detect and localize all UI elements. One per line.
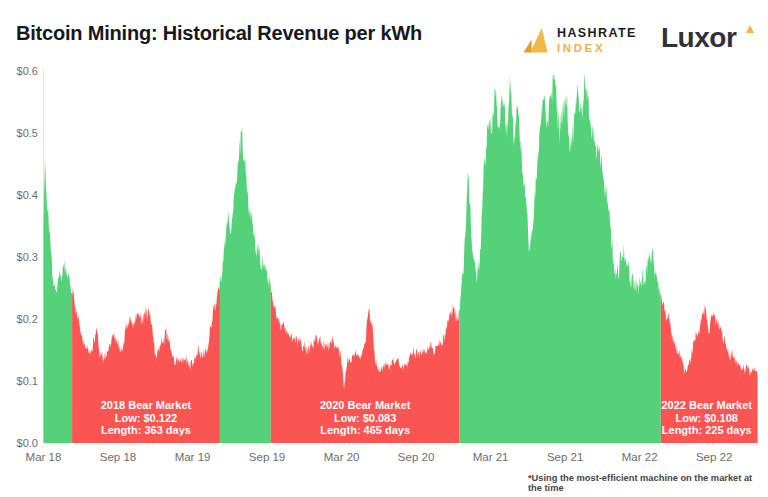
hashrate-label: HASHRATE [557, 27, 637, 40]
chart-page: Bitcoin Mining: Historical Revenue per k… [0, 0, 768, 497]
x-tick-label: Sep 22 [696, 451, 732, 463]
x-tick-label: Mar 19 [175, 451, 211, 463]
annotation-length: Length: 363 days [101, 424, 192, 437]
x-tick-label: Mar 20 [324, 451, 360, 463]
annotation-length: Length: 465 days [320, 424, 411, 437]
x-tick-label: Mar 18 [26, 451, 62, 463]
annotation-title: 2018 Bear Market [101, 399, 192, 412]
x-tick-label: Sep 18 [100, 451, 136, 463]
y-tick-label: $0.5 [0, 126, 38, 140]
footnote: *Using the most-efficient machine on the… [528, 473, 768, 493]
y-tick-label: $0.1 [0, 374, 38, 388]
page-title: Bitcoin Mining: Historical Revenue per k… [16, 22, 422, 45]
y-tick-label: $0.3 [0, 250, 38, 264]
x-tick-label: Mar 22 [622, 451, 658, 463]
x-tick-label: Sep 20 [398, 451, 434, 463]
bull-area-segment [220, 128, 271, 443]
x-tick-label: Sep 21 [547, 451, 583, 463]
hashrate-index-logo: HASHRATE INDEX [523, 27, 637, 54]
bull-area-segment [44, 159, 73, 443]
y-tick-label: $0.6 [0, 64, 38, 78]
y-tick-label: $0.4 [0, 188, 38, 202]
x-tick-label: Mar 21 [473, 451, 509, 463]
annotation-low: Low: $0.122 [101, 412, 192, 425]
index-label: INDEX [557, 43, 637, 55]
annotation-length: Length: 225 days [661, 424, 752, 437]
annotation-title: 2022 Bear Market [661, 399, 752, 412]
y-tick-label: $0.0 [0, 436, 38, 450]
bear-market-annotation: 2022 Bear MarketLow: $0.108Length: 225 d… [661, 399, 752, 437]
bear-market-annotation: 2018 Bear MarketLow: $0.122Length: 363 d… [101, 399, 192, 437]
bear-market-annotation: 2020 Bear MarketLow: $0.083Length: 465 d… [320, 399, 411, 437]
bull-area-segment [460, 74, 661, 444]
hashrate-index-logo-icon [523, 27, 548, 54]
luxor-triangle-icon [746, 25, 754, 33]
luxor-label: Luxor [661, 22, 736, 53]
annotation-low: Low: $0.083 [320, 412, 411, 425]
luxor-logo: Luxor [661, 22, 754, 54]
x-tick-label: Sep 19 [249, 451, 285, 463]
y-tick-label: $0.2 [0, 312, 38, 326]
annotation-title: 2020 Bear Market [320, 399, 411, 412]
annotation-low: Low: $0.108 [661, 412, 752, 425]
